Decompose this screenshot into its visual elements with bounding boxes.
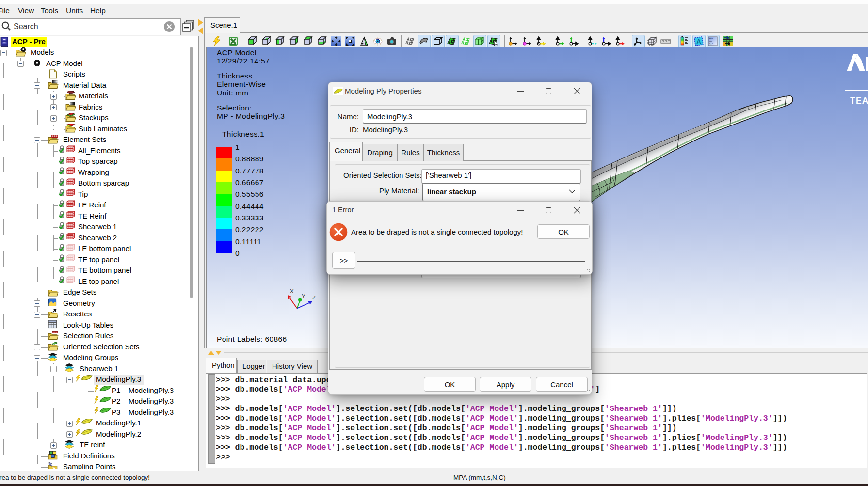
svg-text:TEA: TEA bbox=[850, 96, 868, 106]
svg-text:Z: Z bbox=[312, 295, 316, 300]
svg-text:Y: Y bbox=[302, 293, 305, 299]
svg-text:X: X bbox=[290, 288, 294, 294]
